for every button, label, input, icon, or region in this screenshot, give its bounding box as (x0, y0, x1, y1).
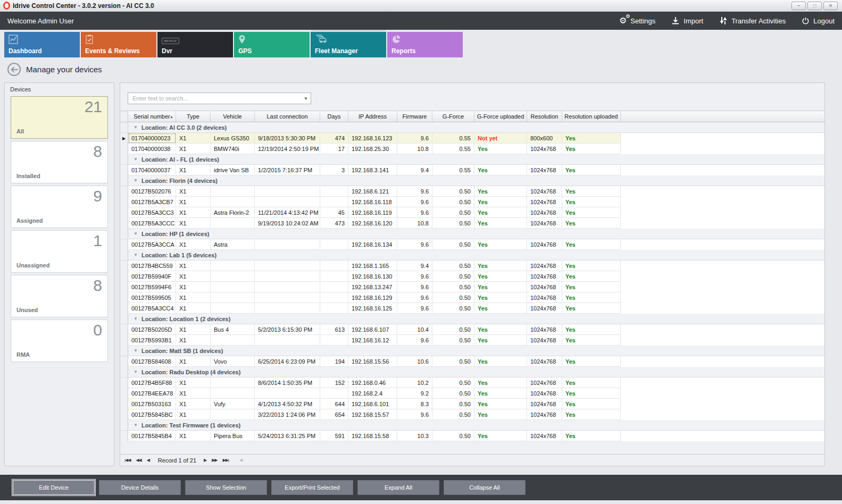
cell-g-force: 0.50 (432, 261, 474, 271)
column-header-g-force-uploaded[interactable]: G-Force uploaded (474, 111, 527, 122)
collapse-icon[interactable]: ▼ (134, 348, 138, 353)
device-row[interactable]: 017040000037X1idrive Van SB1/2/2015 7:16… (120, 165, 824, 175)
device-row[interactable]: 00127B584608X1Vovo6/25/2014 6:23:09 PM19… (120, 356, 824, 367)
column-header-g-force[interactable]: G-Force (432, 111, 474, 122)
collapse-icon[interactable]: ▼ (134, 125, 138, 130)
pager-prev-page-button[interactable]: ◀◀ (136, 458, 141, 463)
group-row[interactable]: ▼Location: Florin (4 devices) (120, 175, 824, 186)
device-row[interactable]: 00127B502076X1192.168.6.1219.60.50Yes102… (120, 186, 824, 197)
device-row[interactable]: 00127B5A3CCCX19/19/2013 10:24:02 AM47319… (120, 218, 824, 229)
column-header-resolution[interactable]: Resolution (527, 111, 562, 122)
pager-last-button[interactable]: ▶▶| (222, 458, 228, 463)
filter-card-unassigned[interactable]: 1Unassigned (11, 230, 108, 273)
cell-resolution-uploaded: Yes (562, 303, 621, 314)
tab-fleet-manager[interactable]: Fleet Manager (311, 32, 386, 57)
cell-type: X1 (176, 186, 211, 197)
cell-resolution-uploaded: Yes (562, 239, 621, 250)
tab-dashboard[interactable]: Dashboard (4, 32, 80, 57)
column-header-type[interactable]: Type (176, 111, 211, 122)
device-row[interactable]: 00127B5A3CB7X1192.168.16.1189.60.50Yes10… (120, 197, 824, 207)
group-row[interactable]: ▼Location: Test Firmware (1 devices) (120, 420, 824, 431)
device-row[interactable]: 00127B5A3CC3X1Astra Florin-211/21/2014 4… (120, 207, 824, 218)
device-row[interactable]: 00127B59940FX1192.168.16.1309.60.50Yes10… (120, 271, 824, 282)
device-row[interactable]: 00127B5994F6X1192.168.13.2479.60.50Yes10… (120, 282, 824, 292)
row-filler (621, 303, 824, 314)
column-header-vehicle[interactable]: Vehicle (211, 111, 255, 122)
device-row[interactable]: 00127B4B5F88X18/6/2014 1:50:35 PM152192.… (120, 377, 824, 388)
pager-first-button[interactable]: |◀◀ (124, 458, 130, 463)
filter-card-all[interactable]: 21All (11, 96, 108, 139)
minimize-button[interactable]: – (791, 2, 806, 10)
pager-next-button[interactable]: ▶ (204, 458, 206, 463)
group-row[interactable]: ▼Location: Al CC 3.0 (2 devices) (120, 122, 824, 133)
pager-prev-button[interactable]: ◀ (147, 458, 149, 463)
device-row[interactable]: 00127B4EEA78X1192.168.2.49.20.50Yes1024x… (120, 388, 824, 399)
device-row[interactable]: ▶017040000023X1Lexus GS3509/18/2013 5:30… (120, 133, 824, 144)
group-row[interactable]: ▼Location: Location 1 (2 devices) (120, 314, 824, 324)
toolbar-logout-button[interactable]: Logout (802, 17, 835, 25)
filter-card-unused[interactable]: 8Unused (11, 275, 108, 317)
group-row[interactable]: ▼Location: Matt SB (1 devices) (120, 346, 824, 356)
collapse-icon[interactable]: ▼ (134, 157, 138, 162)
toolbar-transfer-activities-button[interactable]: Transfer Activities (719, 16, 786, 25)
cell-g-force: 0.50 (432, 399, 474, 409)
device-row[interactable]: 017040000038X1BMW740i12/19/2014 2:50:19 … (120, 144, 824, 154)
close-button[interactable]: × (823, 2, 838, 10)
filter-card-installed[interactable]: 8Installed (11, 141, 108, 183)
edit-device-button[interactable]: Edit Device (13, 480, 95, 495)
row-indicator-cell (120, 367, 128, 377)
group-row[interactable]: ▼Location: Al - FL (1 devices) (120, 154, 824, 165)
device-row[interactable]: 00127B503163X1Vufy4/1/2013 4:50:32 PM644… (120, 399, 824, 409)
hscroll-left-icon[interactable]: ◀ (239, 458, 243, 463)
show-selection-button[interactable]: Show Selection (185, 480, 267, 495)
device-row[interactable]: 00127B50205DX1Bus 45/2/2013 6:15:30 PM61… (120, 324, 824, 335)
group-row[interactable]: ▼Location: HP (1 devices) (120, 229, 824, 239)
group-row[interactable]: ▼Location: Lab 1 (5 devices) (120, 250, 824, 261)
tab-events-reviews[interactable]: Events & Reviews (81, 32, 156, 57)
window-controls: –□× (791, 2, 840, 10)
device-row[interactable]: 00127B5845B4X1Pipera Bus5/24/2013 6:31:2… (120, 431, 824, 441)
collapse-all-button[interactable]: Collapse All (444, 480, 526, 495)
cell-g-force-uploaded: Yes (474, 186, 527, 197)
column-header-ip-address[interactable]: IP Address (348, 111, 397, 122)
device-row[interactable]: 00127B4BC559X1192.168.1.1659.40.50Yes102… (120, 261, 824, 271)
tab-dvr[interactable]: MERGEDvr (157, 32, 233, 57)
filter-count-all: 21 (85, 98, 102, 116)
toolbar-import-button[interactable]: Import (671, 16, 703, 25)
toolbar-settings-button[interactable]: ⚙⚙Settings (619, 16, 655, 25)
cell-vehicle: BMW740i (211, 144, 255, 154)
device-row[interactable]: 00127B5A3CC4X1192.168.16.1259.60.50Yes10… (120, 303, 824, 314)
filter-card-rma[interactable]: 0RMA (11, 320, 108, 362)
expand-all-button[interactable]: Expand All (357, 480, 439, 495)
device-row[interactable]: 00127B5993B1X1192.168.16.129.60.50Yes102… (120, 335, 824, 346)
collapse-icon[interactable]: ▼ (134, 423, 138, 427)
filter-card-assigned[interactable]: 9Assigned (11, 186, 108, 228)
device-row[interactable]: 00127B5845BCX13/22/2013 1:24:06 PM654192… (120, 409, 824, 420)
collapse-icon[interactable]: ▼ (134, 369, 138, 374)
top-toolbar: Welcome Admin User ⚙⚙SettingsImportTrans… (0, 12, 842, 30)
tab-reports[interactable]: Reports (387, 32, 463, 57)
device-row[interactable]: 00127B599505X1192.168.16.1299.60.50Yes10… (120, 292, 824, 303)
search-input[interactable] (128, 95, 301, 102)
filter-label-unassigned: Unassigned (16, 262, 49, 268)
column-header-resolution-uploaded[interactable]: Resolution uploaded (562, 111, 621, 122)
pager-next-page-button[interactable]: ▶▶ (212, 458, 217, 463)
maximize-button[interactable]: □ (807, 2, 822, 10)
column-header-serial-number[interactable]: Serial number▲ (128, 111, 176, 122)
export-print-selected-button[interactable]: Export/Print Selected (271, 480, 353, 495)
cell-last-connection (255, 186, 320, 197)
collapse-icon[interactable]: ▼ (134, 253, 138, 257)
group-row[interactable]: ▼Location: Radu Desktop (4 devices) (120, 367, 824, 377)
collapse-icon[interactable]: ▼ (134, 178, 138, 183)
device-details-button[interactable]: Device Details (99, 480, 181, 495)
column-header-firmware[interactable]: Firmware (397, 111, 432, 122)
column-header-days[interactable]: Days (320, 111, 348, 122)
cell-firmware: 9.6 (397, 292, 432, 303)
device-row[interactable]: 00127B5A3CCAX1Astra192.168.16.1349.60.50… (120, 239, 824, 250)
collapse-icon[interactable]: ▼ (134, 231, 138, 236)
search-dropdown-icon[interactable]: ▼ (301, 96, 311, 101)
back-button[interactable] (7, 63, 21, 76)
collapse-icon[interactable]: ▼ (134, 316, 138, 321)
column-header-last-connection[interactable]: Last connection (255, 111, 320, 122)
tab-gps[interactable]: GPS (234, 32, 310, 57)
